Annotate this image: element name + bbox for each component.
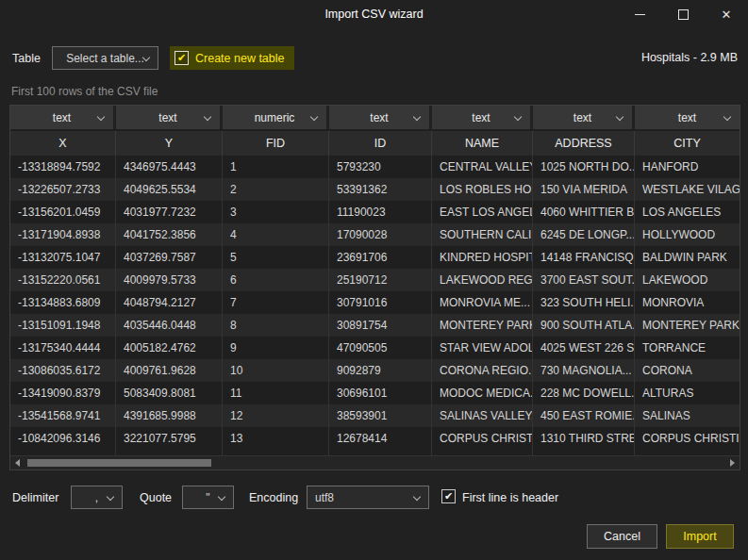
cell: 228 MC DOWELL... (533, 382, 635, 404)
cell: 4009761.9628 (116, 359, 223, 382)
column-header: ADDRESS (533, 131, 635, 156)
cell: 4041752.3856 (116, 223, 223, 246)
cell: MODOC MEDICA... (432, 382, 533, 404)
cell: -13132075.1047 (10, 246, 116, 269)
cell: 1025 NORTH DO... (533, 156, 635, 178)
table-row: -13086035.61724009761.9628109092879CORON… (10, 359, 740, 382)
cell: 323 SOUTH HELI... (533, 291, 635, 314)
column-type-select[interactable]: text (432, 106, 533, 129)
type-row: texttextnumerictexttexttexttext (10, 106, 740, 129)
cell: 14148 FRANCISQ... (533, 246, 635, 269)
cell: EAST LOS ANGEL... (432, 201, 533, 223)
cell: 4025 WEST 226 S... (533, 337, 635, 359)
cell: 4009979.5733 (116, 269, 223, 291)
column-type-value: text (370, 111, 388, 124)
first-line-header-label: First line is header (462, 491, 558, 504)
import-csv-wizard-dialog: Import CSV wizard ✕ Table Select a table… (0, 0, 748, 560)
cell: SOUTHERN CALI... (432, 223, 533, 246)
column-type-select[interactable]: text (10, 106, 116, 129)
cell: -13134883.6809 (10, 291, 116, 314)
create-new-table-checkbox[interactable]: ✔ (175, 51, 189, 65)
scroll-left-icon[interactable] (15, 459, 20, 467)
cell: -13541568.9741 (10, 404, 116, 427)
horizontal-scrollbar[interactable] (10, 455, 740, 469)
cell: 53391362 (329, 178, 432, 201)
table-row: -10842096.31463221077.57951312678414CORP… (10, 427, 740, 450)
close-button[interactable]: ✕ (705, 0, 748, 28)
cell: 5793230 (329, 156, 432, 178)
body-rows: -13318894.75924346975.444315793230CENTRA… (10, 156, 740, 455)
column-type-value: numeric (255, 111, 295, 124)
create-new-table-label: Create new table (195, 52, 285, 65)
scroll-right-icon[interactable] (730, 459, 735, 467)
cell: -10842096.3146 (10, 427, 116, 450)
cell: MONROVIA (635, 291, 740, 314)
empty-row (10, 450, 740, 455)
minimize-button[interactable] (618, 0, 661, 28)
column-header: ID (329, 131, 432, 156)
table-row: -13132075.10474037269.7587523691706KINDR… (10, 246, 740, 269)
chevron-down-icon (723, 113, 732, 122)
cell: LOS ROBLES HO... (432, 178, 533, 201)
cell: WESTLAKE VILAGE (635, 178, 740, 201)
quote-select[interactable]: " (182, 486, 234, 509)
cell (223, 450, 329, 455)
table-select-value: Select a table... (66, 52, 144, 65)
cancel-button[interactable]: Cancel (587, 524, 657, 549)
preview-caption: First 100 rows of the CSV file (11, 85, 158, 98)
column-type-select[interactable]: text (116, 106, 223, 129)
encoding-value: utf8 (315, 491, 334, 504)
table-row: -13419090.83795083409.80811130696101MODO… (10, 382, 740, 404)
table-row: -13171904.89384041752.3856417090028SOUTH… (10, 223, 740, 246)
cell: CENTRAL VALLEY... (432, 156, 533, 178)
cell: 4346975.4443 (116, 156, 223, 178)
cell: CORONA (635, 359, 740, 382)
cell: ALTURAS (635, 382, 740, 404)
cell: 9 (223, 337, 329, 359)
cell (116, 450, 223, 455)
cell: -13318894.7592 (10, 156, 116, 178)
column-type-select[interactable]: text (635, 106, 740, 129)
cell: 9092879 (329, 359, 432, 382)
quote-value: " (206, 491, 209, 504)
delimiter-select[interactable]: , (71, 486, 123, 509)
chevron-down-icon (310, 113, 319, 122)
cell: 25190712 (329, 269, 432, 291)
cell: 4005182.4762 (116, 337, 223, 359)
cell: BALDWIN PARK (635, 246, 740, 269)
encoding-label: Encoding (249, 491, 298, 504)
cell: 11190023 (329, 201, 432, 223)
cell: -13175340.4444 (10, 337, 116, 359)
chevron-down-icon (204, 113, 212, 122)
chevron-down-icon (97, 113, 106, 122)
table-row: -13226507.27334049625.5534253391362LOS R… (10, 178, 740, 201)
scrollbar-thumb[interactable] (27, 459, 211, 467)
maximize-button[interactable] (661, 0, 705, 28)
table-select[interactable]: Select a table... (52, 46, 158, 70)
cell: 4060 WHITTIER B... (533, 201, 635, 223)
cell: 12 (223, 404, 329, 427)
import-button[interactable]: Import (666, 524, 734, 549)
cell: 900 SOUTH ATLA... (533, 314, 635, 337)
header-row: XYFIDIDNAMEADDRESSCITY (10, 131, 740, 156)
cell: SALINAS (635, 404, 740, 427)
window-controls: ✕ (618, 0, 748, 28)
cell: LOS ANGELES (635, 201, 740, 223)
create-new-table-option[interactable]: ✔ Create new table (170, 46, 294, 70)
column-type-select[interactable]: text (329, 106, 432, 129)
cell: CORPUS CHRISTI (635, 427, 740, 450)
column-type-select[interactable]: text (533, 106, 635, 129)
column-type-select[interactable]: numeric (223, 106, 329, 129)
cell: 17090028 (329, 223, 432, 246)
table-row: -13156201.04594031977.7232311190023EAST … (10, 201, 740, 223)
chevron-down-icon (514, 113, 523, 122)
table-row: -13152220.05614009979.5733625190712LAKEW… (10, 269, 740, 291)
cell: 4037269.7587 (116, 246, 223, 269)
cell: CORONA REGIO... (432, 359, 533, 382)
cell: 4048794.2127 (116, 291, 223, 314)
first-line-header-checkbox[interactable]: ✔ (441, 489, 456, 503)
table-row: -13151091.19484035446.0448830891754MONTE… (10, 314, 740, 337)
encoding-select[interactable]: utf8 (307, 486, 429, 509)
cell: 5 (223, 246, 329, 269)
scrollbar-track[interactable] (25, 458, 724, 468)
